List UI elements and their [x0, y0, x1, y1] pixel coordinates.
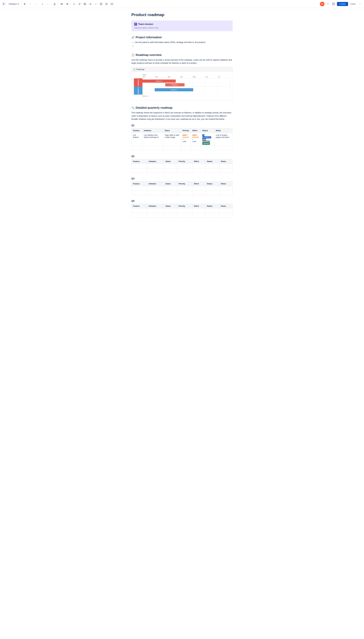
- q1-dates-cell[interactable]: Type /date to add a date range: [163, 133, 181, 146]
- feature-3-bar[interactable]: Feature 3: [155, 88, 193, 91]
- close-button[interactable]: Close: [349, 2, 356, 6]
- numbered-list-button[interactable]: 1.2.3.: [65, 2, 70, 6]
- q2-col-dates: Dates: [164, 159, 177, 164]
- mention-button[interactable]: @: [88, 2, 92, 6]
- q1-empty-priority[interactable]: [181, 146, 191, 150]
- q3-col-effort: Effort: [192, 181, 205, 186]
- q2-row-1[interactable]: [132, 164, 232, 168]
- italic-button[interactable]: I: [28, 2, 32, 6]
- svg-rect-15: [100, 3, 102, 5]
- bullet-list-button[interactable]: [60, 2, 64, 6]
- q1-initiative-cell[interactable]: List initiative that feature belongs to: [142, 133, 163, 146]
- priority-slash-1: /: [187, 134, 188, 136]
- q1-status-cell[interactable]: IN PROGRESS / NOT STARTED / SHIPPED: [201, 133, 214, 146]
- macro-label: Roadmap: [136, 68, 144, 71]
- emoji-button[interactable]: ☺: [94, 2, 98, 6]
- list-item-empty[interactable]: [135, 44, 232, 48]
- link-icon: 🔗: [132, 36, 134, 39]
- heading-label: Heading 2: [9, 3, 17, 5]
- divider-5: [70, 2, 71, 6]
- bold-button[interactable]: B: [22, 2, 27, 6]
- mission-header: T Team mission: [134, 23, 230, 26]
- q3-section: Q3 Feature Initiative Dates Priority Eff…: [132, 177, 232, 195]
- q1-notes-cell[interactable]: Link to project pages and epics: [214, 133, 232, 146]
- feature-1-bar[interactable]: Feature 1: [142, 80, 176, 83]
- q1-priority-cell[interactable]: HIGH / MEDIUM / LOW: [181, 133, 191, 146]
- more-options-button[interactable]: ···: [358, 2, 362, 6]
- q1-feature-cell[interactable]: List feature: [132, 133, 142, 146]
- q3-col-priority: Priority: [177, 181, 192, 186]
- q1-empty-effort[interactable]: [191, 146, 201, 150]
- q1-col-notes: Notes: [214, 128, 232, 133]
- more-insert-button[interactable]: [110, 2, 114, 6]
- q4-row-2[interactable]: [132, 213, 232, 217]
- text-color-button[interactable]: A ▾: [52, 2, 57, 6]
- q1-col-feature: Feature: [132, 128, 142, 133]
- project-info-heading: 🔗 Project information: [132, 36, 232, 39]
- effort-high: HIGH: [192, 134, 196, 136]
- align-button[interactable]: ≡: [40, 2, 45, 6]
- page-content: Product roadmap T Team mission Add your …: [128, 8, 236, 235]
- q3-row-1[interactable]: [132, 186, 232, 191]
- gantt-months: Jan Feb Mar Apr May Jun Jul: [142, 76, 230, 78]
- columns-button[interactable]: [104, 2, 109, 6]
- q2-label: Q2: [132, 155, 232, 158]
- table-button[interactable]: [99, 2, 103, 6]
- template-button[interactable]: [331, 2, 336, 6]
- priority-medium: MEDIUM: [182, 136, 189, 138]
- user-avatar[interactable]: CK: [320, 2, 324, 6]
- toolbar-right: CK + Publish Close ···: [320, 2, 362, 6]
- q1-empty-notes[interactable]: [214, 146, 232, 150]
- q4-header-row: Feature Initiative Dates Priority Effort…: [132, 204, 232, 208]
- q1-empty-row[interactable]: [132, 146, 232, 150]
- macro-icon: 📋: [133, 68, 136, 71]
- roadmap-chart: 2020 Jan Feb Mar Apr May Jun Jul Initiat…: [132, 72, 232, 101]
- q2-table: Feature Initiative Dates Priority Effort…: [132, 159, 232, 173]
- chevron-down-icon: ▾: [18, 3, 19, 5]
- q4-row-1[interactable]: [132, 208, 232, 213]
- month-feb: Feb: [155, 76, 167, 78]
- gantt-lane-2: Initiative 2: [134, 86, 230, 95]
- q2-row-2[interactable]: [132, 168, 232, 173]
- feature-2-bar[interactable]: Feature 2: [165, 83, 184, 86]
- image-button[interactable]: [82, 2, 87, 6]
- mission-icon: T: [134, 23, 137, 26]
- search-icon: 🔍: [132, 106, 134, 109]
- q3-col-dates: Dates: [164, 181, 177, 186]
- month-jan: Jan: [142, 76, 155, 78]
- roadmap-description: Use this roadmap macro to provide a visu…: [132, 58, 232, 65]
- align-more-button[interactable]: ⌄: [46, 2, 50, 6]
- q1-empty-status[interactable]: [201, 146, 214, 150]
- svg-point-5: [61, 4, 61, 5]
- mission-title[interactable]: Team mission: [138, 23, 153, 26]
- priority-low: LOW: [182, 141, 186, 142]
- roadmap-macro[interactable]: 📋 Roadmap 2020 Jan Feb Mar Apr May Jun: [132, 67, 232, 101]
- q3-col-initiative: Initiative: [147, 181, 164, 186]
- q3-col-status: Status: [205, 181, 220, 186]
- q4-label: Q4: [132, 200, 232, 202]
- q4-col-feature: Feature: [132, 204, 147, 208]
- toolbar: Heading 2 ▾ B I ··· ≡ ⌄ A ▾ 1.2.3. ☑ @ ☺…: [0, 0, 364, 8]
- month-jun: Jun: [205, 76, 218, 78]
- add-collaborator-button[interactable]: +: [326, 2, 330, 6]
- quarterly-description: The roadmap shows the sequence in which …: [132, 111, 232, 121]
- q4-section: Q4 Feature Initiative Dates Priority Eff…: [132, 200, 232, 218]
- more-text-button[interactable]: ···: [33, 2, 38, 6]
- month-may: May: [192, 76, 205, 78]
- detailed-roadmap-heading: 🔍 Detailed quarterly roadmap: [132, 106, 232, 109]
- publish-button[interactable]: Publish: [337, 2, 348, 6]
- q1-data-row-1[interactable]: List feature List initiative that featur…: [132, 133, 232, 146]
- app-logo[interactable]: [2, 2, 6, 6]
- q3-row-2[interactable]: [132, 191, 232, 195]
- mission-placeholder[interactable]: Add your team's mission here.: [134, 27, 230, 29]
- heading-selector[interactable]: Heading 2 ▾: [8, 2, 20, 6]
- q1-empty-initiative[interactable]: [142, 146, 163, 150]
- link-button[interactable]: [77, 2, 82, 6]
- detailed-roadmap-section: 🔍 Detailed quarterly roadmap The roadmap…: [132, 106, 232, 217]
- q1-empty-feature[interactable]: [132, 146, 142, 150]
- task-button[interactable]: ☑: [72, 2, 76, 6]
- list-item[interactable]: Use this panel to add information about …: [135, 41, 232, 44]
- q1-empty-dates[interactable]: [163, 146, 181, 150]
- page-title[interactable]: Product roadmap: [132, 13, 232, 17]
- q1-effort-cell[interactable]: HIGH / MEDIUM / LOW: [191, 133, 201, 146]
